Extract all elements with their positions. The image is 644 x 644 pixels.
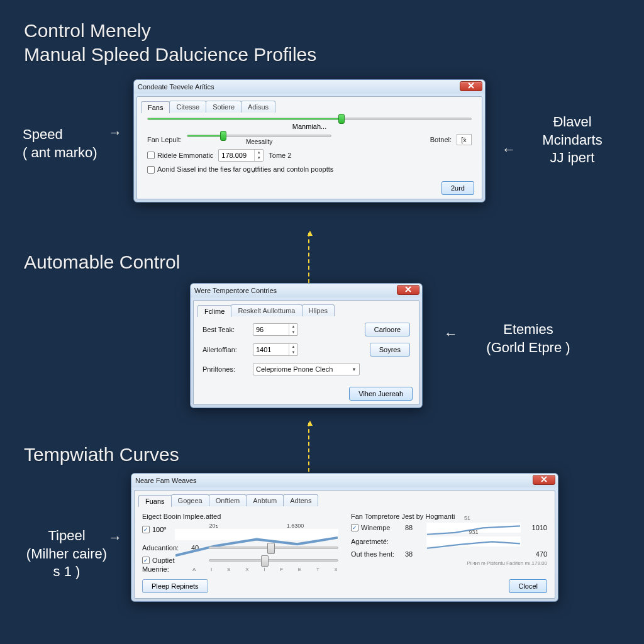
sidelabel-right1-l3: JJ ipert	[550, 150, 595, 165]
sidelabel-speed-l2: ( ant marko)	[23, 145, 97, 160]
axis-tick: S	[227, 567, 230, 572]
pnriltones-label: Pnriltones:	[203, 365, 248, 373]
window-curves: Neare Fam Weaves Fuans Gogeea Onftiem An…	[131, 473, 558, 602]
spinner-buttons-icon[interactable]: ▲▼	[289, 324, 297, 335]
left-mini-chart	[175, 529, 338, 540]
sidelabel-right1-l1: Đlavel	[553, 114, 591, 130]
chart-label-a: 20₁	[209, 523, 218, 529]
best-teak-label: Best Teak:	[203, 326, 248, 333]
botnel-field[interactable]: [x̄	[457, 134, 472, 145]
sidelabel-tipeel: Tipeel (Milher caire) s 1 )	[16, 527, 117, 581]
arrow-left-icon: ←	[444, 326, 458, 342]
sidelabel-etemies: Etemies (Gorld Etpre )	[465, 321, 591, 357]
window1-primary-button[interactable]: 2urd	[441, 181, 474, 195]
aonid-checkbox[interactable]: Aonid Siasel ind the fies far ogụtfities…	[147, 165, 333, 174]
right-mini-chart-2	[426, 536, 521, 547]
main-speed-slider[interactable]	[147, 118, 472, 120]
r1a-value: 88	[405, 524, 421, 531]
tab-adisus[interactable]: Adisus	[241, 101, 275, 113]
aonid-label: Aonid Siasel ind the fies far ogụtfities…	[157, 165, 333, 174]
tab-sotiere[interactable]: Sotiere	[206, 101, 242, 113]
window2-primary-button[interactable]: Vihen Juereah	[349, 387, 413, 401]
window2-tabstrip: Fclime Reskelt Aullottuma Hlipes	[197, 304, 415, 316]
ouptiet-slider[interactable]	[209, 559, 338, 562]
slider-thumb-icon[interactable]	[261, 555, 269, 567]
winempe-label: Winempe	[361, 524, 390, 531]
r1c-value: 1010	[526, 524, 547, 531]
tab-onftiem[interactable]: Onftiem	[209, 494, 247, 506]
pnriltones-dropdown[interactable]: Celepriome Pnone Clech ▼	[253, 363, 360, 375]
axis-tick: E	[298, 567, 301, 572]
window2-title: Were Tempentore Contries	[194, 287, 277, 294]
window3-titlebar[interactable]: Neare Fam Weaves	[131, 474, 558, 487]
arrow-up-icon: ▲	[306, 418, 314, 428]
close-button[interactable]	[460, 81, 482, 91]
axis-tick: I	[211, 567, 212, 572]
window-manual-control: Condeate Teevele Arítics Fans Citesse So…	[133, 79, 486, 203]
ailertoffian-input[interactable]	[253, 345, 289, 355]
ailertoffian-spinner[interactable]: ▲▼	[253, 343, 298, 356]
fan-lepult-caption: Meesaiity	[187, 138, 331, 145]
window3-tabstrip: Fuans Gogeea Onftiem Anbtum Adtens	[138, 494, 551, 506]
tab-citesse[interactable]: Citesse	[169, 101, 206, 113]
best-teak-input[interactable]	[253, 325, 289, 335]
slider-thumb-icon[interactable]	[267, 543, 275, 554]
tab-fclime[interactable]: Fclime	[197, 305, 231, 317]
close-icon	[541, 476, 547, 484]
tab-anbtum[interactable]: Anbtum	[246, 494, 284, 506]
window1-titlebar[interactable]: Condeate Teevele Arítics	[134, 80, 485, 94]
right-footnote: Pil∙ən m∙Piśfentu Fadïten mı.179.00	[351, 560, 547, 566]
spinner-buttons-icon[interactable]: ▲▼	[254, 150, 263, 161]
arrow-up-icon: ▲	[306, 228, 314, 238]
window1-title: Condeate Teevele Arítics	[138, 83, 214, 91]
window-automable: Were Tempentore Contries Fclime Reskelt …	[190, 283, 423, 408]
pnriltones-value: Celepriome Pnone Clech	[256, 365, 333, 373]
dashed-arrow-up-2: ▲	[308, 423, 309, 472]
axis-tick: X	[245, 567, 248, 572]
agaretmete-label: Agaretmeté:	[351, 538, 400, 545]
ouptiet-label: Ouptiet	[152, 557, 174, 564]
close-icon	[468, 82, 474, 90]
arrow-right-icon: →	[108, 125, 122, 141]
section-heading-automable: Automable Control	[24, 252, 180, 273]
best-teak-spinner[interactable]: ▲▼	[253, 323, 298, 336]
ridele-spinner-input[interactable]	[219, 150, 254, 160]
tab-fans[interactable]: Fans	[141, 101, 170, 113]
carloore-button[interactable]: Carloore	[365, 323, 410, 336]
muenrie-label: Muenrie:	[142, 565, 186, 573]
spinner-buttons-icon[interactable]: ▲▼	[289, 344, 297, 355]
page-heading-line1: Control Menely	[24, 20, 151, 42]
fan-lepult-slider[interactable]	[187, 135, 331, 137]
window1-tabstrip: Fans Citesse Sotiere Adisus	[141, 101, 478, 113]
tab-fuans[interactable]: Fuans	[138, 495, 172, 507]
sidelabel-right1: Đlavel Mcindarts JJ ipert	[522, 113, 623, 167]
window3-title: Neare Fam Weaves	[135, 477, 197, 484]
sidelabel-speed-l1: Speed	[23, 126, 63, 142]
axis-tick: T	[316, 567, 319, 572]
close-button[interactable]	[397, 285, 419, 295]
ridele-spinner[interactable]: ▲▼	[218, 149, 264, 162]
botnel-label: Botnel:	[430, 136, 452, 143]
tab-hlipes[interactable]: Hlipes	[302, 304, 335, 316]
tab-reskelt[interactable]: Reskelt Aullottuma	[231, 304, 302, 316]
slider-thumb-icon[interactable]	[338, 114, 345, 124]
left-100-checkbox[interactable]: 100º	[142, 526, 166, 533]
axis-tick: F	[280, 567, 283, 572]
soyres-button[interactable]: Soyres	[370, 343, 410, 357]
clocel-button[interactable]: Clocel	[509, 579, 547, 593]
chart-label-b: 1.6300	[287, 523, 304, 529]
sidelabel-tipeel-l2: (Milher caire)	[26, 546, 107, 562]
main-slider-caption: Manmiah...	[147, 123, 472, 130]
aducantion-slider[interactable]	[209, 547, 338, 549]
pleep-repinets-button[interactable]: Pleep Repinets	[142, 579, 208, 593]
window2-titlebar[interactable]: Were Tempentore Contries	[191, 284, 422, 297]
ailertoffian-label: Ailertoffian:	[203, 346, 248, 353]
sidelabel-tipeel-l3: s 1 )	[53, 564, 80, 579]
ridele-checkbox[interactable]: Ridele Emmonatic	[147, 152, 213, 159]
winempe-checkbox[interactable]: Winempe	[351, 524, 400, 531]
tab-gogeea[interactable]: Gogeea	[171, 494, 209, 506]
close-button[interactable]	[533, 475, 555, 485]
close-icon	[405, 286, 411, 294]
slider-thumb-icon[interactable]	[220, 131, 226, 141]
tab-adtens[interactable]: Adtens	[283, 494, 318, 506]
